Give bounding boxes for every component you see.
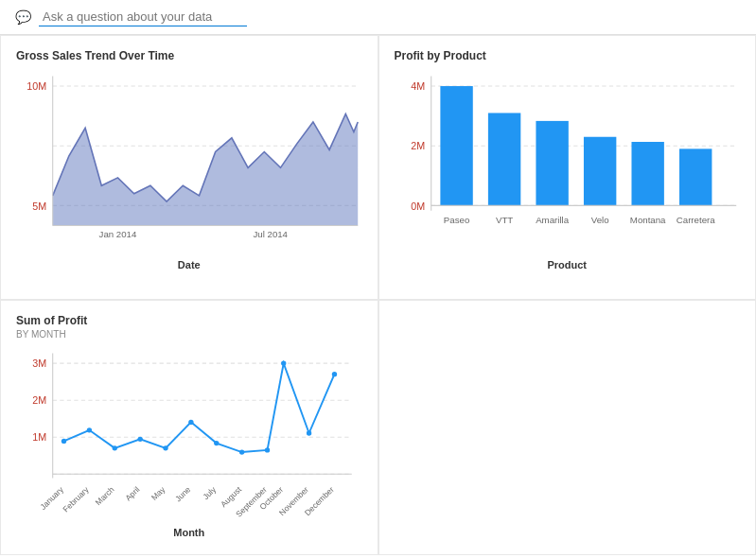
svg-text:Paseo: Paseo [443, 215, 468, 225]
dashboard: Gross Sales Trend Over Time 10M 5M Jan 2… [0, 35, 756, 555]
svg-text:Montana: Montana [629, 215, 665, 225]
profit-title: Profit by Product [395, 49, 741, 62]
svg-text:10M: 10M [26, 80, 46, 92]
top-bar: 💬 [0, 0, 756, 35]
svg-text:5M: 5M [32, 201, 46, 212]
svg-point-47 [307, 430, 311, 435]
svg-point-41 [163, 445, 167, 450]
svg-text:2M: 2M [411, 141, 425, 152]
svg-rect-18 [536, 121, 568, 205]
svg-point-38 [87, 427, 92, 432]
svg-point-42 [188, 420, 193, 425]
gross-sales-title: Gross Sales Trend Over Time [16, 49, 362, 62]
svg-text:March: March [94, 484, 116, 507]
svg-point-48 [332, 372, 337, 376]
svg-rect-19 [583, 137, 615, 206]
svg-point-43 [214, 441, 219, 445]
svg-text:June: June [173, 484, 192, 503]
svg-text:0M: 0M [411, 201, 425, 212]
sum-profit-x-label: Month [16, 527, 362, 538]
gross-sales-x-label: Date [16, 259, 362, 270]
svg-point-39 [113, 445, 117, 450]
svg-rect-16 [440, 86, 472, 205]
svg-text:Amarilla: Amarilla [536, 215, 570, 225]
svg-text:1M: 1M [32, 432, 46, 444]
svg-text:Jul 2014: Jul 2014 [253, 229, 288, 239]
svg-text:3M: 3M [32, 357, 46, 369]
svg-text:July: July [201, 484, 218, 501]
svg-text:Jan 2014: Jan 2014 [99, 229, 137, 239]
svg-marker-5 [53, 114, 359, 226]
ask-icon: 💬 [15, 9, 31, 25]
svg-text:Carretera: Carretera [676, 215, 714, 225]
svg-text:Velo: Velo [590, 215, 608, 225]
profit-x-label: Product [395, 259, 741, 270]
svg-rect-17 [487, 113, 519, 205]
svg-text:4M: 4M [411, 80, 425, 92]
ask-input[interactable] [39, 8, 247, 26]
svg-point-46 [281, 360, 286, 365]
sum-profit-title: Sum of Profit [16, 314, 362, 327]
svg-point-45 [265, 447, 270, 452]
svg-text:April: April [123, 484, 141, 502]
svg-rect-21 [679, 148, 712, 205]
sum-profit-chart: 3M 2M 1M [16, 343, 362, 523]
sum-of-profit-panel: Sum of Profit BY MONTH 3M 2M 1M [0, 300, 378, 555]
profit-bar-chart: 4M 2M 0M Paseo VTT [395, 66, 741, 255]
svg-point-40 [137, 437, 142, 442]
svg-text:2M: 2M [32, 394, 46, 406]
gross-sales-chart: 10M 5M Jan 2014 Jul 2014 [16, 66, 362, 255]
svg-text:February: February [61, 484, 91, 514]
svg-point-37 [62, 439, 66, 444]
svg-text:VTT: VTT [495, 215, 512, 225]
svg-text:May: May [149, 484, 167, 502]
empty-panel [378, 300, 757, 555]
profit-by-product-panel: Profit by Product 4M 2M 0M [378, 35, 757, 300]
sum-profit-subtitle: BY MONTH [16, 329, 362, 340]
svg-point-44 [239, 449, 244, 454]
svg-rect-20 [631, 142, 663, 205]
gross-sales-panel: Gross Sales Trend Over Time 10M 5M Jan 2… [0, 35, 378, 300]
